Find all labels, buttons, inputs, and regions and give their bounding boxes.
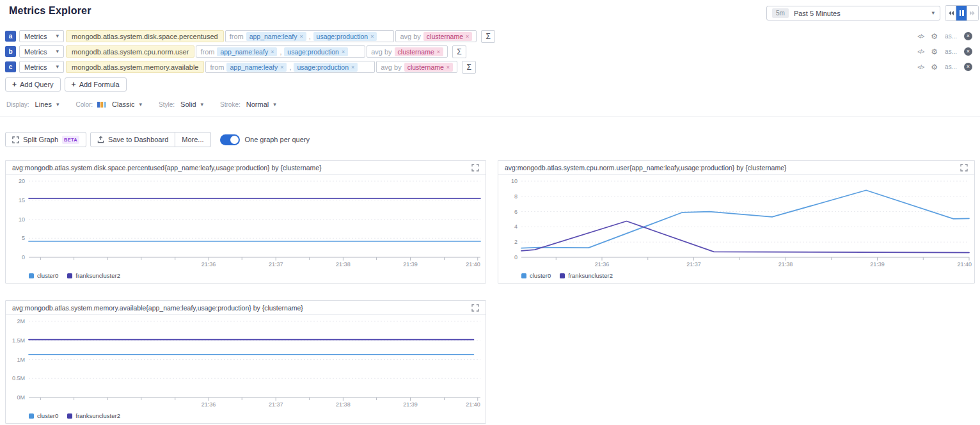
- group-by-box[interactable]: avg by clustername ×: [376, 61, 457, 73]
- query-source-select[interactable]: Metrics ▾: [19, 45, 64, 58]
- remove-group-icon[interactable]: ×: [437, 49, 440, 55]
- remove-group-icon[interactable]: ×: [447, 64, 450, 70]
- svg-text:5: 5: [22, 235, 25, 241]
- remove-group-icon[interactable]: ×: [466, 33, 469, 40]
- group-by-box[interactable]: avg by clustername ×: [395, 30, 477, 42]
- code-view-icon[interactable]: </>: [917, 33, 924, 40]
- style-select[interactable]: Style: Solid ▾: [159, 100, 203, 108]
- gear-icon[interactable]: ⚙: [931, 48, 938, 56]
- color-select[interactable]: Color: Classic ▾: [75, 100, 142, 108]
- gear-icon[interactable]: ⚙: [931, 63, 938, 71]
- more-button[interactable]: More...: [175, 132, 210, 147]
- expand-icon[interactable]: [960, 164, 968, 172]
- rewind-button[interactable]: [945, 6, 956, 20]
- expand-icon[interactable]: [471, 164, 479, 172]
- group-by-pill[interactable]: clustername ×: [423, 32, 472, 41]
- save-to-dashboard-button[interactable]: Save to Dashboard: [90, 132, 175, 147]
- remove-filter-icon[interactable]: ×: [299, 33, 303, 40]
- chart-header: avg:mongodb.atlas.system.disk.space.perc…: [6, 161, 486, 175]
- plus-icon: +: [12, 81, 17, 88]
- filter-box[interactable]: from app_name:leafy × , usage:production…: [225, 30, 395, 42]
- code-view-icon[interactable]: </>: [917, 64, 924, 70]
- split-graph-icon: [12, 136, 19, 143]
- legend-label: cluster0: [530, 272, 551, 279]
- avg-by-label: avg by: [371, 48, 391, 56]
- filter-pill[interactable]: usage:production ×: [284, 47, 348, 56]
- remove-filter-icon[interactable]: ×: [342, 49, 345, 55]
- split-graph-button[interactable]: Split Graph BETA: [5, 132, 86, 147]
- legend-item[interactable]: franksuncluster2: [67, 412, 120, 419]
- style-label: Style:: [159, 101, 175, 108]
- svg-text:10: 10: [511, 178, 518, 184]
- svg-text:0.5M: 0.5M: [12, 375, 25, 381]
- group-by-box[interactable]: avg by clustername ×: [367, 45, 448, 58]
- chevron-down-icon: ▾: [56, 33, 59, 39]
- filter-pill[interactable]: app_name:leafy ×: [246, 32, 306, 41]
- svg-text:21:38: 21:38: [336, 401, 351, 408]
- query-actions: </> ⚙ as... ×: [917, 63, 975, 71]
- remove-filter-icon[interactable]: ×: [351, 64, 354, 70]
- remove-filter-icon[interactable]: ×: [370, 33, 374, 40]
- alias-as-link[interactable]: as...: [945, 33, 957, 40]
- time-range-picker[interactable]: 5m Past 5 Minutes ▾: [766, 6, 940, 20]
- remove-filter-icon[interactable]: ×: [280, 64, 283, 70]
- filter-box[interactable]: from app_name:leafy × , usage:production…: [205, 61, 375, 73]
- sigma-function-button[interactable]: Σ: [452, 45, 466, 58]
- metric-name-field[interactable]: mongodb.atlas.system.disk.space.percentu…: [66, 30, 224, 42]
- add-formula-label: Add Formula: [79, 81, 120, 88]
- style-value: Solid: [180, 100, 196, 108]
- metric-name-field[interactable]: mongodb.atlas.system.memory.available: [66, 61, 205, 73]
- legend-item[interactable]: cluster0: [521, 272, 551, 279]
- filter-pill[interactable]: app_name:leafy ×: [217, 47, 277, 56]
- forward-icon: [969, 10, 976, 16]
- svg-text:21:37: 21:37: [686, 261, 701, 268]
- toggle-knob: [230, 136, 239, 144]
- display-select[interactable]: Display: Lines ▾: [6, 100, 59, 108]
- avg-by-label: avg by: [400, 33, 420, 40]
- line-chart[interactable]: 0M0.5M1M1.5M2M21:3621:3721:3821:3921:40: [6, 315, 486, 411]
- forward-button[interactable]: [967, 6, 978, 20]
- alias-as-link[interactable]: as...: [945, 63, 957, 70]
- svg-text:8: 8: [514, 193, 518, 200]
- code-view-icon[interactable]: </>: [917, 49, 924, 55]
- filter-pill[interactable]: usage:production ×: [294, 63, 358, 72]
- group-by-pill[interactable]: clustername ×: [404, 63, 453, 72]
- chart-panel-cpu: avg:mongodb.atlas.system.cpu.norm.user{a…: [498, 160, 975, 284]
- remove-filter-icon[interactable]: ×: [271, 49, 274, 55]
- legend-item[interactable]: cluster0: [29, 272, 58, 279]
- legend-swatch: [29, 413, 34, 419]
- gear-icon[interactable]: ⚙: [931, 33, 938, 40]
- legend-item[interactable]: franksuncluster2: [67, 272, 120, 279]
- pause-button[interactable]: [956, 6, 967, 20]
- chevron-down-icon: ▾: [56, 64, 59, 70]
- add-formula-button[interactable]: + Add Formula: [65, 77, 127, 92]
- chart-panel-disk-space: avg:mongodb.atlas.system.disk.space.perc…: [5, 160, 486, 284]
- svg-text:6: 6: [514, 209, 518, 215]
- legend-swatch: [521, 273, 526, 278]
- legend-item[interactable]: franksuncluster2: [560, 272, 613, 279]
- metric-name-field[interactable]: mongodb.atlas.system.cpu.norm.user: [66, 45, 194, 58]
- query-source-select[interactable]: Metrics ▾: [19, 61, 64, 73]
- alias-as-link[interactable]: as...: [945, 48, 957, 55]
- remove-query-button[interactable]: ×: [964, 47, 972, 56]
- remove-query-button[interactable]: ×: [964, 63, 972, 71]
- one-graph-per-query-toggle[interactable]: [220, 134, 240, 145]
- legend-item[interactable]: cluster0: [29, 412, 58, 419]
- query-source-select[interactable]: Metrics ▾: [19, 30, 64, 42]
- filter-separator: ,: [309, 33, 311, 40]
- filter-box[interactable]: from app_name:leafy × , usage:production…: [196, 45, 365, 58]
- group-by-pill-label: clustername: [427, 33, 463, 40]
- filter-pill[interactable]: app_name:leafy ×: [226, 63, 287, 72]
- remove-query-button[interactable]: ×: [964, 32, 972, 40]
- filter-pill[interactable]: usage:production ×: [313, 32, 377, 41]
- line-chart[interactable]: 024681021:3621:3721:3821:3921:40: [498, 175, 974, 271]
- expand-icon[interactable]: [471, 304, 479, 312]
- line-chart[interactable]: 0510152021:3621:3721:3821:3921:40: [6, 175, 486, 271]
- stroke-select[interactable]: Stroke: Normal ▾: [220, 100, 276, 108]
- group-by-pill[interactable]: clustername ×: [395, 47, 443, 56]
- sigma-function-button[interactable]: Σ: [481, 30, 495, 43]
- add-query-button[interactable]: + Add Query: [5, 77, 61, 92]
- svg-text:0: 0: [514, 254, 518, 261]
- sigma-function-button[interactable]: Σ: [462, 61, 476, 74]
- legend-label: franksuncluster2: [75, 412, 120, 419]
